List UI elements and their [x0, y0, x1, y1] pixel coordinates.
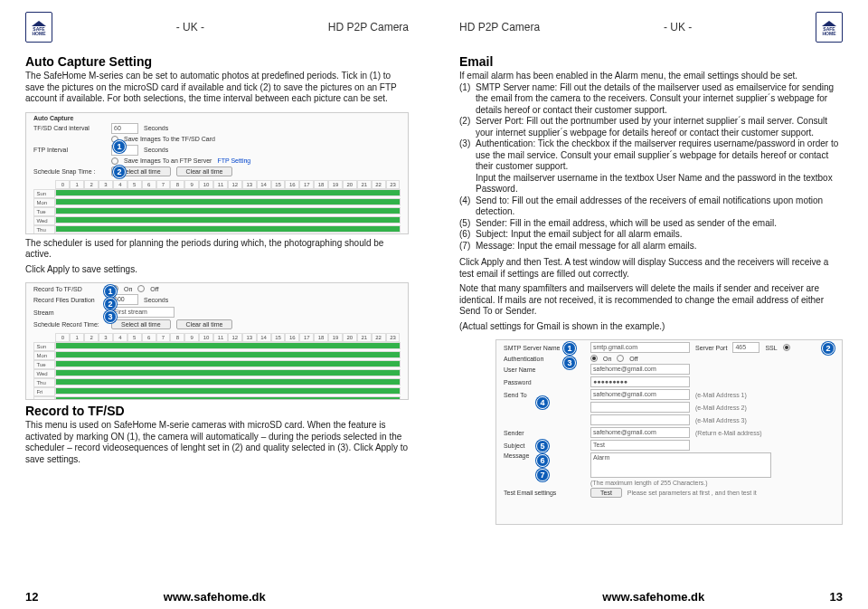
brand-logo-r: SAFE HOME: [816, 12, 843, 43]
note-return-addr: (Return e-Mail address): [695, 430, 762, 436]
radio-record-off[interactable]: [137, 285, 145, 292]
note-addr3: (e-Mail Address 3): [695, 417, 747, 423]
input-user[interactable]: safehome@gmail.com: [590, 364, 690, 375]
link-ftp-setting[interactable]: FTP Setting: [217, 157, 250, 164]
btn-select-all-2[interactable]: Select all time: [111, 319, 171, 329]
email-p2: Click Apply and then Test. A test window…: [459, 257, 843, 280]
radio-auth-off[interactable]: [617, 355, 624, 362]
note-addr1: (e-Mail Address 1): [695, 392, 747, 398]
footer-right: www.safehome.dk 13: [459, 585, 843, 604]
header-left: SAFE HOME - UK - HD P2P Camera: [25, 9, 409, 45]
badge-r2: 2: [104, 298, 117, 310]
lbl-off: Off: [150, 286, 158, 292]
auto-capture-p3: Click Apply to save settings.: [25, 264, 409, 276]
header-title: HD P2P Camera: [328, 21, 409, 33]
schedule-table-1[interactable]: 01234567891011121314151617181920212223 S…: [33, 180, 400, 234]
page-spread: SAFE HOME - UK - HD P2P Camera Auto Capt…: [0, 0, 868, 609]
header-right: HD P2P Camera - UK - SAFE HOME: [459, 9, 843, 45]
badge-2: 2: [113, 166, 126, 178]
roof-icon: [32, 21, 46, 26]
footer-url-left: www.safehome.dk: [38, 590, 391, 604]
lbl-auth-off: Off: [629, 356, 637, 362]
page-num-right: 13: [830, 590, 843, 604]
input-sendto-2[interactable]: [590, 402, 690, 413]
record-tfsd-screenshot: Record To TF/SD On Off 1 Record Files Du…: [25, 282, 409, 400]
email-item-5: Sender: Fill in the email address, which…: [476, 218, 777, 228]
header-uk-r: - UK -: [664, 21, 692, 33]
input-subject[interactable]: Test: [590, 440, 690, 451]
email-list: (1)SMTP Server name: Fill out the detail…: [459, 82, 843, 252]
brand-line2: HOME: [33, 32, 46, 36]
lbl-auto-capture: Auto Capture: [33, 115, 106, 121]
input-sendto-3[interactable]: [590, 414, 690, 425]
btn-clear-all-2[interactable]: Clear all time: [176, 319, 233, 329]
lbl-sender: Sender: [504, 430, 585, 436]
lbl-ftp-interval: FTP Interval: [33, 147, 106, 153]
input-sender[interactable]: safehome@gmail.com: [590, 427, 690, 438]
roof-icon-r: [822, 21, 836, 26]
heading-email: Email: [459, 54, 843, 69]
footer-url-right: www.safehome.dk: [477, 590, 830, 604]
badge-e4: 4: [536, 396, 549, 409]
lbl-schedule-record: Schedule Record Time:: [33, 321, 106, 328]
radio-auth-on[interactable]: [590, 355, 598, 362]
lbl-seconds-1: Seconds: [144, 125, 168, 131]
heading-auto-capture: Auto Capture Setting: [25, 54, 409, 69]
select-stream[interactable]: First stream: [111, 307, 175, 318]
schedule-table-2[interactable]: 01234567891011121314151617181920212223 S…: [33, 333, 400, 400]
badge-e2: 2: [822, 342, 835, 355]
input-sendto-1[interactable]: safehome@gmail.com: [590, 389, 690, 400]
auto-capture-p2: The scheduler is used for planning the p…: [25, 238, 409, 261]
email-p4: (Actual settings for Gmail is shown in t…: [459, 321, 843, 333]
note-addr2: (e-Mail Address 2): [695, 404, 747, 411]
record-tfsd-p1: This menu is used on SafeHome M-serie ca…: [25, 420, 409, 465]
email-item-3a: Authentication: Tick the checkbox if the…: [476, 138, 838, 171]
badge-e3: 3: [563, 357, 576, 369]
lbl-save-ftp: Save Images To an FTP Server: [124, 157, 212, 164]
brand-logo: SAFE HOME: [25, 12, 52, 43]
lbl-auth-on: On: [603, 356, 611, 362]
badge-1: 1: [113, 140, 126, 153]
email-item-7: Message: Input the email message for all…: [476, 241, 697, 251]
btn-clear-all-1[interactable]: Clear all time: [176, 167, 233, 176]
lbl-duration: Record Files Duration: [33, 297, 106, 303]
lbl-seconds-2: Seconds: [144, 147, 168, 153]
input-tfsd-interval[interactable]: 60: [111, 123, 138, 134]
email-p3: Note that many spamfilters and mailserve…: [459, 283, 843, 318]
header-uk: - UK -: [176, 21, 204, 33]
badge-e1: 1: [563, 342, 576, 355]
lbl-test-email: Test Email settings: [504, 490, 585, 496]
badge-r1: 1: [104, 285, 117, 298]
email-item-2: Server Port: Fill out the portnumber use…: [476, 116, 827, 138]
lbl-port: Server Port: [695, 345, 727, 351]
note-test: Please set parameters at first , and the…: [627, 490, 757, 496]
page-right: HD P2P Camera - UK - SAFE HOME Email If …: [434, 0, 868, 609]
email-item-4: Send to: Fill out the email addresses of…: [476, 195, 823, 217]
auto-capture-p1: The SafeHome M-series can be set to auto…: [25, 71, 409, 105]
btn-test[interactable]: Test: [590, 488, 622, 498]
lbl-record-tfsd: Record To TF/SD: [33, 286, 106, 292]
badge-r3: 3: [104, 310, 117, 323]
email-item-6: Subject: Input the email subject for all…: [476, 229, 682, 239]
right-column: Email If email alarm has been enabled in…: [459, 54, 843, 585]
header-title-r: HD P2P Camera: [459, 21, 540, 33]
checkbox-save-ftp[interactable]: [111, 157, 118, 165]
textarea-message[interactable]: Alarm: [590, 452, 771, 478]
checkbox-ssl[interactable]: [783, 344, 790, 351]
email-item-3b: Input the mailserver username in the tex…: [476, 173, 833, 195]
email-settings-screenshot: SMTP Server Name smtp.gmail.com Server P…: [495, 339, 843, 525]
lbl-password: Password: [504, 379, 585, 385]
page-left: SAFE HOME - UK - HD P2P Camera Auto Capt…: [0, 0, 434, 609]
badge-e6: 6: [536, 454, 549, 467]
badge-e7: 7: [536, 469, 549, 481]
note-maxlen: (The maximum length of 255 Characters.): [590, 480, 708, 486]
lbl-tfsd-interval: TF/SD Card interval: [33, 125, 106, 131]
input-smtp[interactable]: smtp.gmail.com: [590, 342, 690, 353]
auto-capture-screenshot: Auto Capture TF/SD Card interval 60 Seco…: [25, 112, 409, 234]
lbl-on: On: [124, 286, 132, 292]
input-port[interactable]: 465: [732, 342, 760, 353]
lbl-seconds-3: Seconds: [144, 297, 168, 303]
page-num-left: 12: [25, 590, 38, 604]
email-item-1: SMTP Server name: Fill out the details o…: [476, 82, 834, 115]
input-password[interactable]: ●●●●●●●●●: [590, 376, 690, 387]
